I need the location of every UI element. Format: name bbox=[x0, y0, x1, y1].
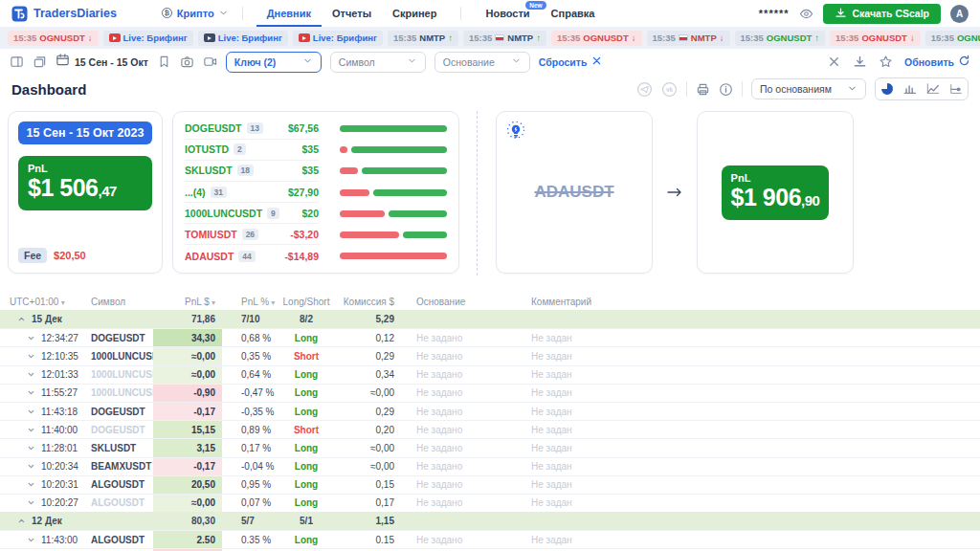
table-row[interactable]: 11:43:00ALGOUSDT2.500.35 %Long0.15Не зад… bbox=[0, 530, 980, 548]
video-icon[interactable] bbox=[203, 55, 217, 69]
column-header-fee[interactable]: Комиссия $ bbox=[330, 297, 397, 307]
reset-filters-button[interactable]: Сбросить bbox=[539, 55, 604, 69]
ticker-time: 15:35 bbox=[835, 33, 858, 43]
avatar[interactable]: A bbox=[950, 5, 969, 23]
arrow-up-icon: ↑ bbox=[814, 33, 819, 43]
symbol-cell: TOMIUSDT26-$3,20 bbox=[185, 224, 319, 245]
column-header-comment[interactable]: Комментарий bbox=[522, 297, 980, 307]
time-cell: 12:34:27 bbox=[0, 333, 91, 343]
page-title: Dashboard bbox=[11, 81, 86, 98]
side-cell: Long bbox=[282, 407, 330, 417]
symbol-pnl-row[interactable]: SKLUSDT18$35 bbox=[185, 161, 447, 182]
download-cscalp-button[interactable]: Скачать CScalp bbox=[823, 4, 941, 24]
print-icon[interactable] bbox=[696, 82, 710, 97]
line-chart-icon[interactable] bbox=[922, 78, 945, 99]
bookmark-icon[interactable] bbox=[157, 55, 171, 69]
chevron-down-icon[interactable] bbox=[27, 408, 35, 416]
layout-panel-icon[interactable] bbox=[10, 55, 24, 69]
vk-icon[interactable]: vk bbox=[661, 81, 678, 98]
ticker-quote-chip[interactable]: 15:35NMTP↓ bbox=[647, 31, 730, 46]
chevron-up-icon[interactable] bbox=[17, 517, 26, 525]
table-row[interactable]: 10:20:27ALGOUSDT≈0,000,07 %Long0,17Не за… bbox=[0, 494, 980, 512]
copy-icon[interactable] bbox=[33, 55, 47, 69]
eye-icon[interactable] bbox=[799, 7, 813, 21]
key-filter-select[interactable]: Ключ (2) bbox=[226, 52, 322, 73]
table-group-row[interactable]: 12 Дек80,305/75/11,15 bbox=[0, 512, 980, 530]
symbol-pnl-row[interactable]: TOMIUSDT26-$3,20 bbox=[185, 224, 447, 245]
tab-diary[interactable]: Дневник bbox=[256, 0, 322, 27]
fee-cell: ≈0,00 bbox=[330, 387, 397, 398]
ticker-live-chip[interactable]: Live: Брифинг bbox=[103, 31, 193, 46]
ticker-quote-chip[interactable]: 15:35OGNUSDT↓ bbox=[830, 31, 921, 46]
refresh-button[interactable]: Обновить bbox=[904, 55, 970, 69]
pnl-cell: -0,17 bbox=[153, 458, 222, 475]
bar-chart-icon[interactable] bbox=[899, 78, 922, 99]
ticker-live-chip[interactable]: Live: Брифинг bbox=[293, 31, 383, 46]
ticker-quote-chip[interactable]: 15:35OGNUSDT↓ bbox=[8, 31, 99, 46]
ticker-time: 15:35 bbox=[741, 33, 764, 43]
summary-date-badge[interactable]: 15 Сен - 15 Окт 2023 bbox=[18, 121, 152, 144]
ticker-quote-chip[interactable]: 15:35NMTP↑ bbox=[463, 31, 546, 46]
symbol-filter-select[interactable]: Символ bbox=[330, 52, 426, 73]
chevron-down-icon[interactable] bbox=[27, 444, 35, 452]
table-row[interactable]: 10:20:34BEAMXUSDT-0,17-0,04 %Long≈0,00Не… bbox=[0, 457, 980, 475]
table-row[interactable]: 10:20:31ALGOUSDT20,500,95 %Long0,15Не за… bbox=[0, 475, 980, 494]
ticker-strip: 15:35OGNUSDT↓Live: БрифингLive: БрифингL… bbox=[0, 27, 980, 49]
table-row[interactable]: 11:55:271000LUNCUSDT-0,90-0,47 %Long≈0,0… bbox=[0, 384, 980, 402]
tab-reports[interactable]: Отчеты bbox=[322, 0, 382, 27]
trade-time: 12:01:33 bbox=[41, 369, 78, 380]
chevron-down-icon[interactable] bbox=[27, 536, 35, 544]
chevron-down-icon[interactable] bbox=[27, 426, 35, 434]
benchmark-chart-icon[interactable] bbox=[945, 78, 968, 99]
ticker-quote-chip[interactable]: 15:35OGNUSDT↑ bbox=[925, 31, 980, 46]
table-row[interactable]: 11:40:00DOGEUSDT15,150,89 %Short0,20Не з… bbox=[0, 420, 980, 438]
tab-help[interactable]: Справка bbox=[541, 0, 606, 27]
column-header-pnl-pct[interactable]: PnL % bbox=[222, 297, 282, 307]
column-header-basis[interactable]: Основание bbox=[397, 297, 522, 307]
chevron-down-icon[interactable] bbox=[27, 370, 35, 379]
symbol-cell: BEAMXUSDT bbox=[91, 461, 153, 472]
chevron-down-icon[interactable] bbox=[27, 480, 35, 489]
symbol-pnl-row[interactable]: 1000LUNCUSDT9$20 bbox=[185, 203, 447, 224]
tab-news[interactable]: Новости New bbox=[475, 0, 540, 27]
table-row[interactable]: 12:10:351000LUNCUSDT≈0,000,35 %Short0,29… bbox=[0, 346, 980, 364]
chevron-down-icon[interactable] bbox=[27, 334, 35, 342]
symbol-pnl-row[interactable]: ...(4)31$27,90 bbox=[185, 182, 447, 203]
column-header-pnl[interactable]: PnL $ bbox=[153, 297, 222, 307]
ticker-quote-chip[interactable]: 15:35OGNUSDT↑ bbox=[735, 31, 826, 46]
ticker-time: 15:35 bbox=[557, 33, 580, 43]
lightbulb-icon bbox=[506, 121, 525, 144]
ticker-quote-chip[interactable]: 15:35NMTP↑ bbox=[388, 31, 458, 46]
basis-filter-select[interactable]: Основание bbox=[434, 52, 530, 73]
table-row[interactable]: 11:43:18DOGEUSDT-0,17-0,35 %Long0,29Не з… bbox=[0, 402, 980, 420]
chevron-down-icon[interactable] bbox=[27, 388, 35, 397]
ticker-quote-chip[interactable]: 15:35OGNUSDT↓ bbox=[551, 31, 642, 46]
column-header-time[interactable]: UTC+01:00 bbox=[0, 297, 91, 307]
symbol-pnl-row[interactable]: IOTUSTD2$35 bbox=[185, 140, 447, 161]
table-row[interactable]: 12:01:331000LUNCUSDT≈0,000,64 %Long0,34Н… bbox=[0, 365, 980, 384]
telegram-icon[interactable] bbox=[636, 81, 653, 98]
table-group-row[interactable]: 15 Дек71,867/108/25,29 bbox=[0, 310, 980, 328]
market-selector[interactable]: ₿ Крипто bbox=[161, 7, 229, 21]
brand[interactable]: TradersDiaries bbox=[11, 6, 117, 22]
table-row[interactable]: 12:34:27DOGEUSDT34,300,68 %Long0,12Не за… bbox=[0, 328, 980, 346]
pie-chart-icon[interactable] bbox=[876, 78, 899, 99]
column-header-symbol[interactable]: Символ bbox=[91, 297, 153, 307]
export-icon[interactable] bbox=[853, 55, 867, 69]
close-icon[interactable] bbox=[827, 55, 841, 69]
group-by-select[interactable]: По основаниям bbox=[751, 78, 866, 99]
date-range-picker[interactable]: 15 Сен - 15 Окт bbox=[56, 53, 148, 71]
chevron-down-icon[interactable] bbox=[27, 352, 35, 361]
ticker-live-chip[interactable]: Live: Брифинг bbox=[198, 31, 288, 46]
camera-icon[interactable] bbox=[180, 55, 194, 69]
star-icon[interactable] bbox=[879, 55, 893, 69]
symbol-pnl-row[interactable]: DOGEUSDT13$67,56 bbox=[185, 118, 447, 139]
column-header-long-short[interactable]: Long/Short bbox=[282, 297, 330, 307]
info-icon[interactable] bbox=[719, 82, 733, 97]
symbol-pnl-row[interactable]: ADAUSDT44-$14,89 bbox=[185, 245, 447, 266]
chevron-down-icon[interactable] bbox=[27, 498, 35, 507]
tab-screener[interactable]: Скринер bbox=[382, 0, 447, 27]
chevron-up-icon[interactable] bbox=[17, 315, 26, 323]
table-row[interactable]: 11:28:01SKLUSDT3,150,17 %Long≈0,00Не зад… bbox=[0, 438, 980, 456]
chevron-down-icon[interactable] bbox=[27, 462, 35, 471]
